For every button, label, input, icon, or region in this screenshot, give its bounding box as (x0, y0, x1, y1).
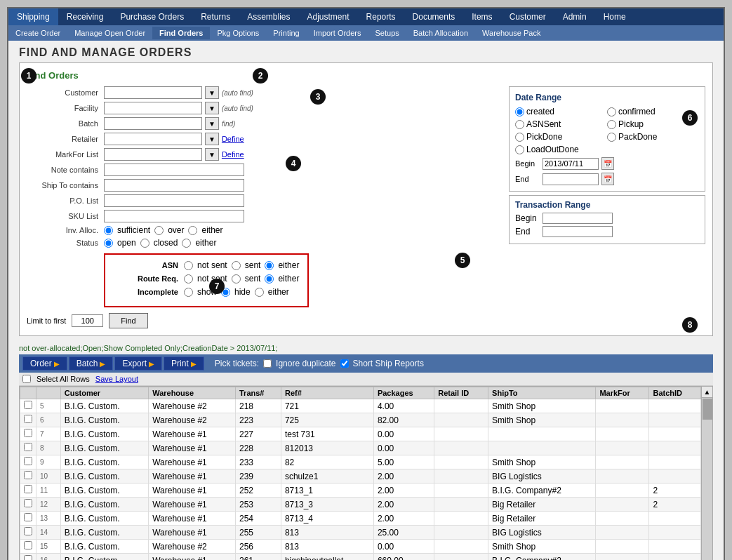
inv-alloc-over[interactable] (154, 226, 164, 235)
ignore-duplicate-checkbox[interactable] (263, 359, 272, 368)
col-header-retail-id[interactable]: Retail ID (434, 387, 488, 399)
select-all-checkbox[interactable] (22, 375, 31, 383)
menu-receiving[interactable]: Receiving (58, 8, 112, 25)
export-toolbar-btn[interactable]: Export ▶ (114, 356, 162, 371)
trans-end-input[interactable] (543, 226, 613, 237)
retailer-select-btn[interactable]: ▼ (205, 133, 219, 145)
table-row[interactable]: 10 B.I.G. Custom. Warehouse #1 239 schul… (20, 469, 701, 484)
asn-not-sent[interactable] (184, 261, 193, 270)
table-row[interactable]: 16 B.I.G. Custom. Warehouse #1 261 bigsh… (20, 554, 701, 561)
submenu-batch-allocation[interactable]: Batch Allocation (406, 27, 475, 39)
submenu-manage-open-order[interactable]: Manage Open Order (67, 27, 152, 39)
row-check[interactable] (20, 427, 36, 441)
submenu-pkg-options[interactable]: Pkg Options (210, 27, 266, 39)
save-layout-link[interactable]: Save Layout (95, 375, 138, 383)
scroll-bar[interactable]: ▲ ▼ (701, 387, 712, 560)
note-input[interactable] (104, 164, 244, 176)
menu-reports[interactable]: Reports (358, 8, 404, 25)
markfor-define-link[interactable]: Define (222, 150, 244, 159)
date-confirmed-radio[interactable] (607, 107, 616, 116)
menu-returns[interactable]: Returns (192, 8, 239, 25)
print-toolbar-btn[interactable]: Print ▶ (164, 356, 204, 371)
row-check[interactable] (20, 469, 36, 484)
find-button[interactable]: Find (109, 313, 147, 328)
col-header-ship-to[interactable]: ShipTo (488, 387, 596, 399)
customer-input[interactable] (104, 86, 202, 99)
order-toolbar-btn[interactable]: Order ▶ (22, 356, 67, 371)
submenu-create-order[interactable]: Create Order (8, 27, 67, 39)
route-either[interactable] (265, 274, 274, 284)
col-header-customer[interactable]: Customer (60, 387, 148, 399)
menu-admin[interactable]: Admin (554, 8, 595, 25)
trans-begin-input[interactable] (543, 213, 613, 224)
menu-adjustment[interactable]: Adjustment (299, 8, 358, 25)
table-row[interactable]: 13 B.I.G. Custom. Warehouse #1 254 8713_… (20, 512, 701, 526)
row-check[interactable] (20, 498, 36, 512)
retailer-input[interactable] (104, 133, 202, 145)
batch-input[interactable] (104, 117, 202, 130)
batch-select-btn[interactable]: ▼ (205, 117, 219, 130)
end-calendar-icon[interactable]: 📅 (601, 173, 614, 185)
begin-date-input[interactable] (543, 158, 599, 170)
table-row[interactable]: 11 B.I.G. Custom. Warehouse #1 252 8713_… (20, 484, 701, 498)
route-not-sent[interactable] (184, 274, 193, 284)
sku-input[interactable] (104, 210, 244, 222)
row-check[interactable] (20, 455, 36, 469)
end-date-input[interactable] (543, 173, 599, 185)
row-check[interactable] (20, 484, 36, 498)
row-check[interactable] (20, 399, 36, 413)
incomplete-either[interactable] (255, 288, 264, 297)
table-row[interactable]: 5 B.I.G. Custom. Warehouse #2 218 721 4.… (20, 399, 701, 413)
row-check[interactable] (20, 413, 36, 427)
table-row[interactable]: 6 B.I.G. Custom. Warehouse #2 223 725 82… (20, 413, 701, 427)
table-row[interactable]: 14 B.I.G. Custom. Warehouse #1 255 813 2… (20, 526, 701, 540)
submenu-find-orders[interactable]: Find Orders (152, 27, 210, 39)
incomplete-show[interactable] (184, 288, 193, 297)
batch-toolbar-btn[interactable]: Batch ▶ (69, 356, 114, 371)
date-loadout-radio[interactable] (515, 145, 524, 154)
table-row[interactable]: 8 B.I.G. Custom. Warehouse #1 228 812013… (20, 441, 701, 455)
table-row[interactable]: 15 B.I.G. Custom. Warehouse #2 256 813 0… (20, 540, 701, 554)
table-row[interactable]: 12 B.I.G. Custom. Warehouse #1 253 8713_… (20, 498, 701, 512)
customer-select-btn[interactable]: ▼ (205, 86, 219, 99)
col-header-warehouse[interactable]: Warehouse (149, 387, 236, 399)
begin-calendar-icon[interactable]: 📅 (601, 157, 614, 170)
date-packdone-radio[interactable] (607, 133, 616, 142)
route-sent[interactable] (232, 274, 241, 284)
submenu-warehouse-pack[interactable]: Warehouse Pack (475, 27, 547, 39)
scroll-thumb[interactable] (703, 399, 712, 420)
inv-alloc-sufficient[interactable] (104, 226, 113, 235)
submenu-printing[interactable]: Printing (266, 27, 306, 39)
date-created-radio[interactable] (515, 107, 524, 116)
facility-input[interactable] (104, 102, 202, 114)
asn-either[interactable] (265, 261, 274, 270)
submenu-import-orders[interactable]: Import Orders (307, 27, 368, 39)
table-row[interactable]: 9 B.I.G. Custom. Warehouse #1 233 82 5.0… (20, 455, 701, 469)
menu-items[interactable]: Items (463, 8, 500, 25)
ship-to-input[interactable] (104, 179, 244, 192)
row-check[interactable] (20, 441, 36, 455)
short-ship-checkbox[interactable] (340, 359, 349, 368)
row-check[interactable] (20, 554, 36, 561)
menu-documents[interactable]: Documents (404, 8, 464, 25)
menu-assemblies[interactable]: Assemblies (239, 8, 298, 25)
submenu-setups[interactable]: Setups (368, 27, 406, 39)
col-header-ref[interactable]: Ref# (281, 387, 373, 399)
markfor-input[interactable] (104, 148, 202, 161)
retailer-define-link[interactable]: Define (222, 135, 244, 143)
facility-select-btn[interactable]: ▼ (205, 102, 219, 114)
status-closed[interactable] (140, 239, 149, 248)
menu-customer[interactable]: Customer (501, 8, 554, 25)
row-check[interactable] (20, 512, 36, 526)
menu-home[interactable]: Home (595, 8, 634, 25)
po-input[interactable] (104, 194, 244, 207)
menu-shipping[interactable]: Shipping (8, 8, 58, 25)
menu-purchase-orders[interactable]: Purchase Orders (112, 8, 192, 25)
limit-input[interactable] (72, 314, 103, 327)
col-header-trans[interactable]: Trans# (236, 387, 281, 399)
status-open[interactable] (104, 239, 113, 248)
date-pickdone-radio[interactable] (515, 133, 524, 142)
row-check[interactable] (20, 540, 36, 554)
markfor-select-btn[interactable]: ▼ (205, 148, 219, 161)
date-pickup-radio[interactable] (607, 120, 616, 129)
